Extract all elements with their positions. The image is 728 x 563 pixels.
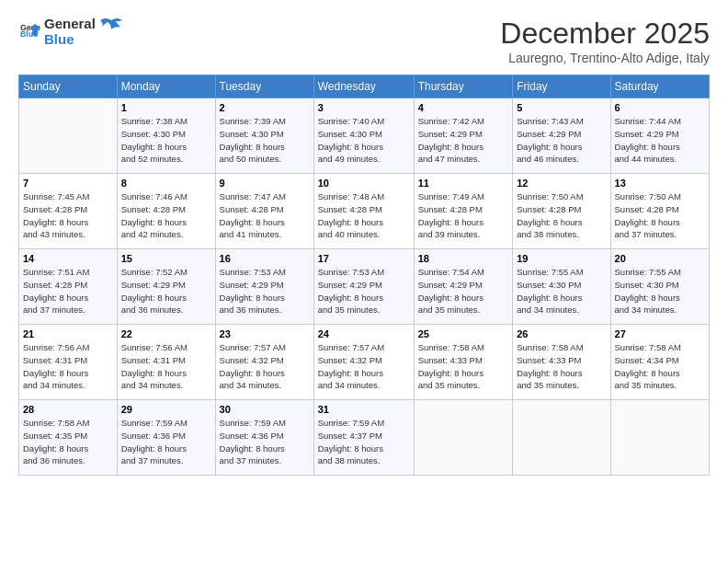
day-info: Sunrise: 7:40 AMSunset: 4:30 PMDaylight:… [318, 115, 410, 166]
weekday-header-friday: Friday [513, 75, 610, 98]
calendar-cell [513, 400, 610, 476]
day-number: 19 [517, 253, 606, 264]
calendar-cell: 19Sunrise: 7:55 AMSunset: 4:30 PMDayligh… [513, 249, 610, 325]
calendar-cell: 6Sunrise: 7:44 AMSunset: 4:29 PMDaylight… [610, 98, 709, 174]
day-number: 23 [220, 328, 310, 339]
logo-general: General [44, 17, 96, 32]
day-number: 14 [23, 253, 113, 264]
day-number: 3 [318, 102, 410, 113]
calendar-cell: 4Sunrise: 7:42 AMSunset: 4:29 PMDaylight… [414, 98, 513, 174]
day-info: Sunrise: 7:58 AMSunset: 4:33 PMDaylight:… [517, 341, 606, 392]
weekday-header-saturday: Saturday [610, 75, 709, 98]
calendar-cell: 26Sunrise: 7:58 AMSunset: 4:33 PMDayligh… [513, 325, 610, 400]
day-info: Sunrise: 7:49 AMSunset: 4:28 PMDaylight:… [418, 190, 509, 241]
day-info: Sunrise: 7:53 AMSunset: 4:29 PMDaylight:… [220, 266, 310, 316]
calendar-cell: 24Sunrise: 7:57 AMSunset: 4:32 PMDayligh… [313, 325, 414, 400]
day-info: Sunrise: 7:55 AMSunset: 4:30 PMDaylight:… [615, 266, 705, 316]
calendar-cell: 29Sunrise: 7:59 AMSunset: 4:36 PMDayligh… [117, 400, 215, 476]
calendar-cell: 21Sunrise: 7:56 AMSunset: 4:31 PMDayligh… [19, 325, 118, 400]
calendar-cell: 2Sunrise: 7:39 AMSunset: 4:30 PMDaylight… [215, 98, 313, 174]
title-block: December 2025 Lauregno, Trentino-Alto Ad… [500, 17, 710, 65]
calendar-week-row: 7Sunrise: 7:45 AMSunset: 4:28 PMDaylight… [19, 174, 710, 249]
day-number: 25 [418, 328, 509, 339]
day-number: 1 [121, 102, 211, 113]
day-info: Sunrise: 7:56 AMSunset: 4:31 PMDaylight:… [23, 341, 113, 392]
calendar-cell: 22Sunrise: 7:56 AMSunset: 4:31 PMDayligh… [117, 325, 215, 400]
day-info: Sunrise: 7:50 AMSunset: 4:28 PMDaylight:… [517, 190, 606, 241]
day-number: 29 [121, 404, 211, 415]
day-number: 28 [23, 404, 113, 415]
day-info: Sunrise: 7:51 AMSunset: 4:28 PMDaylight:… [23, 266, 113, 316]
day-info: Sunrise: 7:53 AMSunset: 4:29 PMDaylight:… [318, 266, 410, 316]
calendar-cell: 12Sunrise: 7:50 AMSunset: 4:28 PMDayligh… [513, 174, 610, 249]
day-number: 27 [615, 328, 705, 339]
day-number: 24 [318, 328, 410, 339]
calendar-cell: 7Sunrise: 7:45 AMSunset: 4:28 PMDaylight… [19, 174, 118, 249]
calendar-cell: 8Sunrise: 7:46 AMSunset: 4:28 PMDaylight… [117, 174, 215, 249]
calendar-cell: 18Sunrise: 7:54 AMSunset: 4:29 PMDayligh… [414, 249, 513, 325]
logo-bird-icon [98, 17, 124, 37]
day-number: 20 [615, 253, 705, 264]
calendar-cell [414, 400, 513, 476]
day-number: 15 [121, 253, 211, 264]
calendar-cell: 23Sunrise: 7:57 AMSunset: 4:32 PMDayligh… [215, 325, 313, 400]
calendar-header-row: SundayMondayTuesdayWednesdayThursdayFrid… [19, 75, 710, 98]
calendar-cell: 14Sunrise: 7:51 AMSunset: 4:28 PMDayligh… [19, 249, 118, 325]
calendar-cell: 28Sunrise: 7:58 AMSunset: 4:35 PMDayligh… [19, 400, 118, 476]
day-info: Sunrise: 7:47 AMSunset: 4:28 PMDaylight:… [220, 190, 310, 241]
calendar-week-row: 21Sunrise: 7:56 AMSunset: 4:31 PMDayligh… [19, 325, 710, 400]
day-info: Sunrise: 7:59 AMSunset: 4:37 PMDaylight:… [318, 417, 410, 467]
day-info: Sunrise: 7:59 AMSunset: 4:36 PMDaylight:… [121, 417, 211, 467]
calendar-cell: 5Sunrise: 7:43 AMSunset: 4:29 PMDaylight… [513, 98, 610, 174]
day-info: Sunrise: 7:56 AMSunset: 4:31 PMDaylight:… [121, 341, 211, 392]
day-info: Sunrise: 7:52 AMSunset: 4:29 PMDaylight:… [121, 266, 211, 316]
calendar-cell: 31Sunrise: 7:59 AMSunset: 4:37 PMDayligh… [313, 400, 414, 476]
day-info: Sunrise: 7:59 AMSunset: 4:36 PMDaylight:… [220, 417, 310, 467]
logo-blue: Blue [44, 32, 96, 48]
day-number: 5 [517, 102, 606, 113]
weekday-header-thursday: Thursday [414, 75, 513, 98]
calendar-cell: 16Sunrise: 7:53 AMSunset: 4:29 PMDayligh… [215, 249, 313, 325]
day-number: 12 [517, 178, 606, 189]
day-info: Sunrise: 7:57 AMSunset: 4:32 PMDaylight:… [318, 341, 410, 392]
calendar-cell: 11Sunrise: 7:49 AMSunset: 4:28 PMDayligh… [414, 174, 513, 249]
weekday-header-monday: Monday [117, 75, 215, 98]
calendar-cell: 20Sunrise: 7:55 AMSunset: 4:30 PMDayligh… [610, 249, 709, 325]
calendar-cell: 30Sunrise: 7:59 AMSunset: 4:36 PMDayligh… [215, 400, 313, 476]
calendar-cell: 3Sunrise: 7:40 AMSunset: 4:30 PMDaylight… [313, 98, 414, 174]
day-info: Sunrise: 7:48 AMSunset: 4:28 PMDaylight:… [318, 190, 410, 241]
calendar-cell: 25Sunrise: 7:58 AMSunset: 4:33 PMDayligh… [414, 325, 513, 400]
day-info: Sunrise: 7:46 AMSunset: 4:28 PMDaylight:… [121, 190, 211, 241]
day-info: Sunrise: 7:38 AMSunset: 4:30 PMDaylight:… [121, 115, 211, 166]
day-number: 8 [121, 178, 211, 189]
weekday-header-tuesday: Tuesday [215, 75, 313, 98]
calendar-body: 1Sunrise: 7:38 AMSunset: 4:30 PMDaylight… [19, 98, 710, 476]
day-number: 22 [121, 328, 211, 339]
day-info: Sunrise: 7:58 AMSunset: 4:33 PMDaylight:… [418, 341, 509, 392]
day-info: Sunrise: 7:58 AMSunset: 4:34 PMDaylight:… [615, 341, 705, 392]
day-number: 7 [23, 178, 113, 189]
day-number: 26 [517, 328, 606, 339]
day-number: 18 [418, 253, 509, 264]
day-number: 21 [23, 328, 113, 339]
day-info: Sunrise: 7:44 AMSunset: 4:29 PMDaylight:… [615, 115, 705, 166]
day-number: 4 [418, 102, 509, 113]
day-number: 2 [220, 102, 310, 113]
calendar-cell: 15Sunrise: 7:52 AMSunset: 4:29 PMDayligh… [117, 249, 215, 325]
calendar-table: SundayMondayTuesdayWednesdayThursdayFrid… [18, 75, 710, 476]
day-info: Sunrise: 7:57 AMSunset: 4:32 PMDaylight:… [220, 341, 310, 392]
day-number: 13 [615, 178, 705, 189]
day-info: Sunrise: 7:39 AMSunset: 4:30 PMDaylight:… [220, 115, 310, 166]
calendar-week-row: 1Sunrise: 7:38 AMSunset: 4:30 PMDaylight… [19, 98, 710, 174]
day-info: Sunrise: 7:55 AMSunset: 4:30 PMDaylight:… [517, 266, 606, 316]
weekday-header-wednesday: Wednesday [313, 75, 414, 98]
calendar-cell: 1Sunrise: 7:38 AMSunset: 4:30 PMDaylight… [117, 98, 215, 174]
day-info: Sunrise: 7:43 AMSunset: 4:29 PMDaylight:… [517, 115, 606, 166]
calendar-cell: 10Sunrise: 7:48 AMSunset: 4:28 PMDayligh… [313, 174, 414, 249]
day-number: 17 [318, 253, 410, 264]
day-info: Sunrise: 7:45 AMSunset: 4:28 PMDaylight:… [23, 190, 113, 241]
day-number: 31 [318, 404, 410, 415]
calendar-page: General Blue General Blue December 2025 … [0, 0, 728, 563]
calendar-cell: 13Sunrise: 7:50 AMSunset: 4:28 PMDayligh… [610, 174, 709, 249]
day-info: Sunrise: 7:42 AMSunset: 4:29 PMDaylight:… [418, 115, 509, 166]
